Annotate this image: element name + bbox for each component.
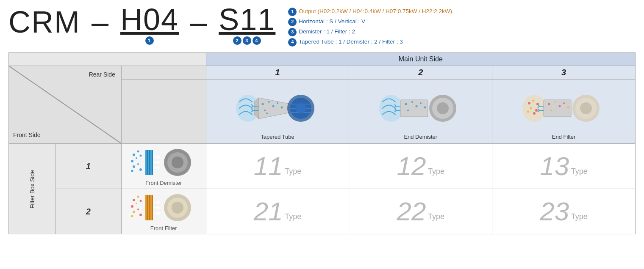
- svg-point-4: [261, 103, 264, 105]
- svg-point-28: [522, 95, 546, 122]
- svg-point-7: [264, 110, 266, 111]
- filter-row-1: Filter Box Side 1: [9, 144, 636, 189]
- row1-label: Front Demister: [145, 180, 182, 186]
- note4: 4 Tapered Tube : 1 / Demister : 2 / Filt…: [288, 38, 452, 47]
- svg-point-69: [131, 215, 133, 217]
- note1: 1 Output (H02:0.2kW / H04:0.4kW / H07:0.…: [288, 8, 452, 16]
- svg-point-30: [532, 100, 534, 102]
- empty-top-left: [9, 53, 206, 66]
- main-unit-header: Main Unit Side: [206, 53, 635, 66]
- badge-4: 4: [253, 36, 261, 45]
- type23-number: 23: [540, 197, 569, 226]
- end-demister-svg: [378, 87, 463, 129]
- svg-point-70: [139, 214, 142, 216]
- svg-rect-18: [400, 100, 428, 117]
- svg-point-33: [535, 109, 538, 112]
- tapered-tube-svg: [235, 87, 320, 129]
- type22-word: Type: [428, 212, 444, 221]
- svg-point-34: [527, 111, 529, 113]
- svg-point-63: [137, 196, 139, 198]
- filter-row-2: 2: [9, 189, 636, 234]
- type21-number: 21: [254, 197, 283, 226]
- svg-point-22: [407, 110, 409, 111]
- notes-col-left: 1 Output (H02:0.2kW / H04:0.4kW / H07:0.…: [288, 8, 452, 47]
- front-demister-cell: Front Demister: [121, 144, 206, 189]
- note1-text: Output (H02:0.2kW / H04:0.4kW / H07:0.75…: [299, 8, 452, 16]
- note3: 3 Demister : 1 / Filter : 2: [288, 28, 452, 36]
- row2-number: 2: [55, 189, 121, 234]
- svg-point-52: [137, 163, 139, 165]
- svg-point-16: [296, 103, 306, 113]
- type21-cell: 21 Type: [206, 189, 349, 234]
- svg-point-10: [266, 113, 268, 114]
- svg-rect-36: [544, 100, 571, 117]
- svg-point-9: [280, 107, 283, 109]
- model-part2: S11 2 3 4: [219, 4, 275, 45]
- svg-point-49: [136, 157, 137, 159]
- svg-point-29: [528, 102, 530, 104]
- type22-number: 22: [397, 197, 426, 226]
- svg-point-54: [139, 168, 142, 171]
- badge-3: 3: [243, 36, 251, 45]
- svg-point-21: [415, 105, 417, 107]
- svg-point-41: [563, 102, 565, 104]
- front-filter-svg: [129, 192, 199, 223]
- svg-rect-56: [147, 150, 148, 175]
- svg-point-53: [131, 170, 133, 172]
- type12-number: 12: [397, 151, 426, 181]
- badge-1: 1: [145, 36, 154, 45]
- note2-text: Horizontal : S / Vertical : V: [299, 18, 365, 26]
- type22-cell: 22 Type: [349, 189, 492, 234]
- col2-label: End Demister: [351, 134, 490, 142]
- svg-point-50: [139, 155, 142, 157]
- svg-rect-71: [145, 195, 153, 220]
- svg-point-61: [172, 156, 183, 168]
- col-numbers-row: Rear Side Front Side 1 2 3: [9, 66, 636, 80]
- svg-point-6: [272, 105, 274, 107]
- svg-rect-58: [152, 150, 153, 175]
- dash1: –: [82, 7, 119, 45]
- svg-point-64: [131, 205, 133, 208]
- note4-badge: 4: [288, 38, 297, 47]
- col3-number: 3: [492, 66, 636, 80]
- type21-word: Type: [285, 212, 301, 221]
- filter-box-side-label: Filter Box Side: [9, 144, 56, 234]
- svg-point-48: [131, 160, 133, 162]
- svg-point-66: [139, 200, 142, 202]
- svg-point-47: [137, 151, 139, 153]
- type12-cell: 12 Type: [349, 144, 492, 189]
- front-filter-content: Front Filter: [124, 192, 203, 231]
- type13-cell: 13 Type: [492, 144, 636, 189]
- svg-point-62: [133, 199, 135, 201]
- svg-point-27: [437, 102, 449, 114]
- svg-point-23: [420, 102, 422, 104]
- badge-2: 2: [233, 36, 242, 45]
- svg-point-32: [530, 107, 532, 110]
- type13-number: 13: [540, 151, 569, 181]
- svg-point-37: [548, 103, 550, 105]
- model-part1: H04 1: [120, 4, 179, 45]
- col1-number: 1: [206, 66, 349, 80]
- end-filter-image: [494, 83, 633, 134]
- end-demister-cell: End Demister: [349, 80, 492, 144]
- badge-row2: 2 3 4: [233, 36, 261, 45]
- rear-side-label: Rear Side: [89, 71, 115, 78]
- header-row: Main Unit Side: [9, 53, 636, 66]
- note4-text: Tapered Tube : 1 / Demister : 2 / Filter…: [299, 38, 402, 46]
- svg-point-38: [555, 101, 556, 103]
- svg-rect-55: [145, 150, 153, 175]
- svg-point-68: [137, 209, 139, 210]
- end-filter-svg: [522, 87, 606, 129]
- type11-word: Type: [285, 167, 301, 176]
- svg-point-65: [136, 203, 137, 204]
- front-demister-svg: [129, 146, 199, 178]
- page-wrapper: CRM – H04 1 – S11 2 3 4: [0, 0, 644, 239]
- row1-number: 1: [55, 144, 121, 189]
- svg-marker-2: [258, 98, 290, 119]
- note2-badge: 2: [288, 18, 297, 26]
- svg-point-46: [133, 154, 135, 156]
- row2-label: Front Filter: [150, 225, 177, 231]
- header: CRM – H04 1 – S11 2 3 4: [8, 4, 636, 47]
- svg-point-8: [277, 102, 278, 104]
- col3-label: End Filter: [494, 134, 633, 142]
